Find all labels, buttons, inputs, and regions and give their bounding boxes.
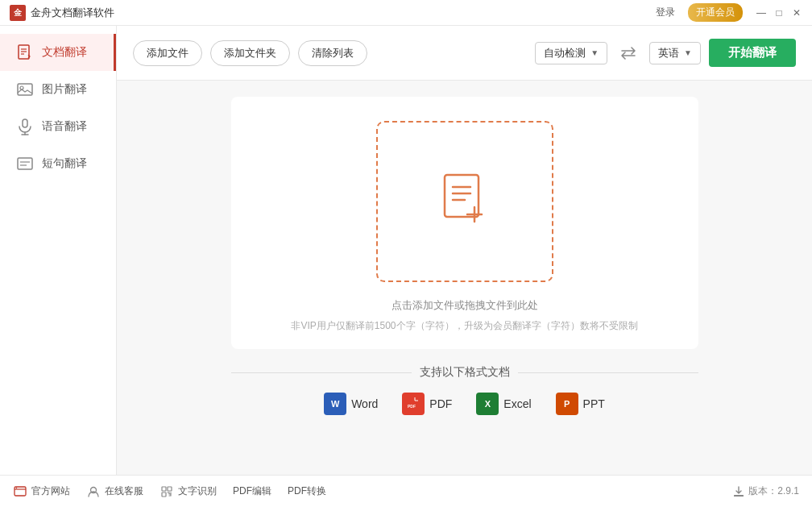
main-layout: 文档翻译 图片翻译 语音翻译 <box>0 26 812 475</box>
login-button[interactable]: 登录 <box>649 4 682 21</box>
format-ppt: P PPT <box>556 393 605 415</box>
svg-rect-26 <box>734 495 744 497</box>
svg-rect-24 <box>168 487 172 491</box>
svg-point-21 <box>16 487 17 488</box>
target-lang-selector[interactable]: 英语 ▼ <box>649 42 701 64</box>
window-controls: — □ ✕ <box>756 7 802 19</box>
voice-translate-icon <box>16 118 34 135</box>
ocr-link[interactable]: 文字识别 <box>160 484 217 499</box>
source-lang-selector[interactable]: 自动检测 ▼ <box>535 42 607 64</box>
divider-right <box>518 372 698 373</box>
svg-text:PDF: PDF <box>408 404 416 409</box>
format-title: 支持以下格式文档 <box>420 365 510 380</box>
svg-rect-6 <box>23 119 27 127</box>
img-translate-icon <box>16 81 34 98</box>
website-icon <box>13 484 27 499</box>
toolbar: 添加文件 添加文件夹 清除列表 自动检测 ▼ 英语 ▼ 开始翻译 <box>117 26 812 81</box>
ocr-label: 文字识别 <box>178 484 217 498</box>
source-lang-label: 自动检测 <box>544 46 586 60</box>
word-label: Word <box>351 397 378 410</box>
clear-list-button[interactable]: 清除列表 <box>298 40 367 66</box>
sidebar-item-voice[interactable]: 语音翻译 <box>0 108 116 145</box>
drop-zone-container: 点击添加文件或拖拽文件到此处 非VIP用户仅翻译前1500个字（字符），升级为会… <box>231 97 698 349</box>
app-logo: 金 <box>10 5 26 21</box>
sidebar-item-doc[interactable]: 文档翻译 <box>0 34 116 71</box>
format-word: W Word <box>324 393 378 415</box>
word-icon: W <box>324 393 346 415</box>
pdf-convert-link[interactable]: PDF转换 <box>288 484 326 498</box>
minimize-button[interactable]: — <box>756 7 767 19</box>
bottom-bar: 官方网站 在线客服 文字识别 PDF编辑 PDF转换 <box>0 475 812 507</box>
service-icon <box>86 484 101 499</box>
title-bar-right: 登录 开通会员 — □ ✕ <box>649 3 802 22</box>
service-label: 在线客服 <box>105 484 143 498</box>
formats-row: W Word PDF PDF X Excel <box>324 393 605 415</box>
file-drop-zone[interactable] <box>376 121 553 282</box>
pdf-convert-label: PDF转换 <box>288 484 326 498</box>
pdf-icon: PDF <box>402 393 425 415</box>
format-pdf: PDF PDF <box>402 393 452 415</box>
format-excel: X Excel <box>476 393 531 415</box>
svg-rect-9 <box>18 158 32 169</box>
sidebar: 文档翻译 图片翻译 语音翻译 <box>0 26 117 475</box>
ppt-icon: P <box>556 393 578 415</box>
website-link[interactable]: 官方网站 <box>13 484 70 499</box>
target-lang-chevron: ▼ <box>684 48 692 57</box>
svg-rect-23 <box>162 487 166 491</box>
sidebar-item-img[interactable]: 图片翻译 <box>0 71 116 108</box>
pdf-label: PDF <box>429 397 452 410</box>
sidebar-label-voice: 语音翻译 <box>42 119 87 134</box>
title-bar: 金 金舟文档翻译软件 登录 开通会员 — □ ✕ <box>0 0 812 26</box>
sidebar-label-doc: 文档翻译 <box>42 45 87 60</box>
drop-limit-text: 非VIP用户仅翻译前1500个字（字符），升级为会员翻译字（字符）数将不受限制 <box>291 319 637 333</box>
close-button[interactable]: ✕ <box>791 7 802 19</box>
svg-rect-25 <box>162 492 166 497</box>
sidebar-label-img: 图片翻译 <box>42 82 87 97</box>
app-name: 金舟文档翻译软件 <box>31 6 114 20</box>
content-area: 添加文件 添加文件夹 清除列表 自动检测 ▼ 英语 ▼ 开始翻译 <box>117 26 812 475</box>
format-divider: 支持以下格式文档 <box>231 365 698 380</box>
version-info: 版本：2.9.1 <box>732 484 799 498</box>
target-lang-label: 英语 <box>658 46 679 60</box>
swap-lang-button[interactable] <box>615 40 641 66</box>
svg-rect-12 <box>445 175 478 217</box>
start-translate-button[interactable]: 开始翻译 <box>709 39 796 67</box>
add-file-button[interactable]: 添加文件 <box>133 40 202 66</box>
doc-translate-icon <box>16 44 34 61</box>
sidebar-item-sentence[interactable]: 短句翻译 <box>0 145 116 182</box>
version-label: 版本：2.9.1 <box>748 484 799 498</box>
download-icon <box>732 485 745 498</box>
maximize-button[interactable]: □ <box>773 7 785 19</box>
drop-hint-text: 点击添加文件或拖拽文件到此处 <box>392 298 538 313</box>
vip-button[interactable]: 开通会员 <box>688 3 743 22</box>
title-bar-left: 金 金舟文档翻译软件 <box>10 5 114 21</box>
pdf-edit-label: PDF编辑 <box>233 484 271 498</box>
excel-label: Excel <box>503 397 531 410</box>
drop-area: 点击添加文件或拖拽文件到此处 非VIP用户仅翻译前1500个字（字符），升级为会… <box>117 81 812 475</box>
svg-rect-4 <box>18 84 32 95</box>
excel-icon: X <box>476 393 499 415</box>
website-label: 官方网站 <box>31 484 70 498</box>
drop-zone-icon <box>437 171 493 232</box>
add-folder-button[interactable]: 添加文件夹 <box>210 40 290 66</box>
pdf-edit-link[interactable]: PDF编辑 <box>233 484 271 498</box>
ocr-icon <box>160 484 174 499</box>
sentence-translate-icon <box>16 155 34 172</box>
divider-left <box>231 372 412 373</box>
ppt-label: PPT <box>583 397 605 410</box>
sidebar-label-sentence: 短句翻译 <box>42 156 87 171</box>
service-link[interactable]: 在线客服 <box>86 484 143 499</box>
source-lang-chevron: ▼ <box>590 48 599 57</box>
